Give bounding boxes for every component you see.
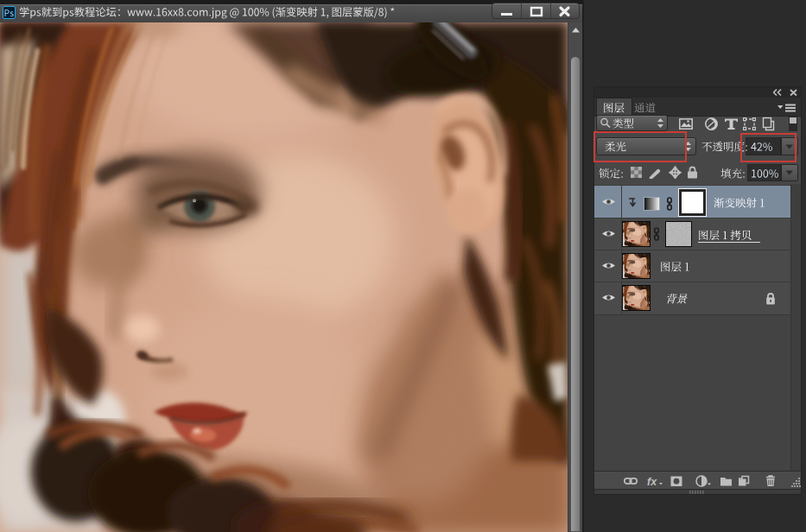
svg-text:fx: fx: [647, 476, 657, 488]
